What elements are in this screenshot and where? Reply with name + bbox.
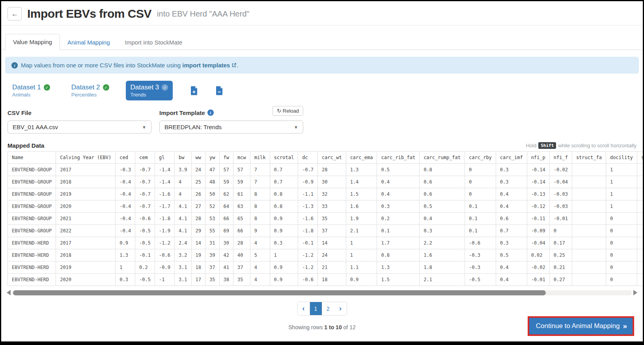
table-header-row: NameCalving Year (EBV)cedcemglbwwwywfwmc…: [8, 152, 644, 164]
table-cell: -0.12: [527, 200, 549, 213]
import-templates-link[interactable]: import templates: [182, 62, 230, 69]
table-cell: 37: [233, 262, 250, 274]
continue-to-animal-mapping-button[interactable]: Continue to Animal Mapping »: [529, 318, 633, 334]
table-cell: 0.3: [116, 274, 135, 286]
table-cell: 41: [219, 262, 233, 274]
table-cell: 32: [318, 188, 346, 200]
table-cell: 1: [606, 176, 637, 188]
column-header-nfi-f: nfi_f: [549, 152, 572, 164]
table-body: EBVTREND-GROUP2017-0.3-0.7-1.43.92447575…: [8, 164, 644, 286]
table-row: EBVTREND-GROUP2017-0.3-0.7-1.43.92447575…: [8, 164, 644, 176]
info-icon: i: [11, 62, 18, 69]
table-cell: 0: [606, 274, 637, 286]
table-cell: 0: [606, 225, 637, 237]
table-cell: 2019: [56, 188, 116, 200]
table-cell: 0.8: [420, 164, 465, 176]
table-cell: 0: [606, 213, 637, 225]
table-cell: -0.03: [549, 188, 572, 200]
table-cell: 2017: [56, 164, 116, 176]
table-cell: 52: [205, 200, 219, 213]
table-cell: 24: [191, 164, 205, 176]
table-cell: [572, 262, 606, 274]
remove-dataset-icon[interactable]: [215, 86, 223, 95]
tab-animal-mapping[interactable]: Animal Mapping: [60, 35, 118, 50]
column-header-mcw: mcw: [233, 152, 250, 164]
table-cell: -0.03: [549, 200, 572, 213]
pagination-page-1[interactable]: 1: [310, 302, 322, 315]
table-cell: -0.7: [135, 164, 155, 176]
table-cell: [637, 249, 644, 262]
import-template-group: Import Template i ↻ Reload BREEDPLAN: Tr…: [159, 108, 303, 134]
table-cell: 0.9: [270, 274, 298, 286]
dataset-tab-1[interactable]: Dataset 1✓ Animals: [7, 81, 55, 100]
highlight-annotation: Continue to Animal Mapping »: [528, 316, 634, 336]
tab-import-into-stockmate[interactable]: Import into StockMate: [118, 35, 190, 50]
table-cell: 1: [346, 237, 377, 249]
column-header-carc-imf: carc_imf: [496, 152, 527, 164]
table-cell: -0.7: [298, 164, 318, 176]
table-cell: [572, 274, 606, 286]
table-cell: 59: [233, 176, 250, 188]
table-cell: 0: [465, 188, 496, 200]
table-cell: -0.4: [116, 188, 135, 200]
dataset-tab-3[interactable]: Dataset 3✓ Trends: [126, 81, 173, 100]
info-banner: i Map values from one or more CSV files …: [5, 57, 639, 74]
dataset-tab-2[interactable]: Dataset 2✓ Percentiles: [67, 81, 114, 100]
table-cell: 18: [318, 274, 346, 286]
table-cell: [637, 225, 644, 237]
table-cell: 1: [270, 249, 298, 262]
table-cell: 28: [233, 237, 250, 249]
table-cell: -1.9: [155, 225, 175, 237]
table-cell: 62: [219, 188, 233, 200]
table-cell: 69: [219, 225, 233, 237]
reload-button[interactable]: ↻ Reload: [273, 106, 303, 116]
table-cell: 0.9: [270, 213, 298, 225]
scrollbar-thumb[interactable]: [13, 290, 546, 295]
back-button[interactable]: ←: [7, 7, 22, 20]
pagination-prev[interactable]: ‹: [298, 302, 310, 315]
import-template-select[interactable]: BREEDPLAN: Trends ▼: [159, 121, 303, 134]
tab-value-mapping[interactable]: Value Mapping: [5, 34, 60, 50]
table-cell: -1.1: [298, 188, 318, 200]
table-cell: 0.17: [549, 237, 572, 249]
table-cell: 0.7: [270, 176, 298, 188]
csv-file-select[interactable]: EBV_01 AAA.csv ▼: [7, 121, 151, 134]
table-cell: [637, 200, 644, 213]
column-header-cem: cem: [135, 152, 155, 164]
table-cell: 0.4: [496, 200, 527, 213]
table-cell: 0: [465, 164, 496, 176]
table-cell: [572, 164, 606, 176]
table-cell: 0.5: [496, 249, 527, 262]
table-cell: -1.2: [298, 262, 318, 274]
table-cell: -0.3: [116, 164, 135, 176]
column-header-dc: dc: [298, 152, 318, 164]
table-cell: 59: [219, 176, 233, 188]
table-cell: 0.3: [496, 164, 527, 176]
table-cell: -0.4: [116, 200, 135, 213]
table-cell: 2018: [56, 249, 116, 262]
table-cell: 2017: [56, 237, 116, 249]
table-row: EBVTREND-GROUP2022-0.4-0.5-1.94.12955696…: [8, 225, 644, 237]
table-cell: 37: [205, 262, 219, 274]
table-cell: -1.2: [298, 249, 318, 262]
scroll-right-arrow-icon[interactable]: [633, 290, 637, 295]
scrollbar-track[interactable]: [12, 290, 632, 295]
mapped-data-table: NameCalving Year (EBV)cedcemglbwwwywfwmc…: [7, 151, 644, 286]
table-cell: 0: [549, 225, 572, 237]
table-cell: EBVTREND-GROUP: [8, 188, 56, 200]
table-cell: 1.6: [346, 200, 377, 213]
pagination-page-2[interactable]: 2: [322, 302, 334, 315]
scroll-left-arrow-icon[interactable]: [7, 290, 11, 295]
table-cell: 9: [250, 225, 270, 237]
table-cell: 0.3: [270, 237, 298, 249]
column-header-ww: ww: [191, 152, 205, 164]
pagination-next[interactable]: ›: [334, 302, 347, 315]
table-cell: 7: [250, 164, 270, 176]
table-cell: -1.6: [155, 188, 175, 200]
add-dataset-icon[interactable]: [190, 86, 198, 95]
pagination: ‹ 12 ›: [297, 302, 347, 315]
table-cell: [637, 213, 644, 225]
table-cell: 28: [191, 213, 205, 225]
table-cell: 0.5: [420, 200, 465, 213]
table-cell: 0.1: [377, 225, 420, 237]
